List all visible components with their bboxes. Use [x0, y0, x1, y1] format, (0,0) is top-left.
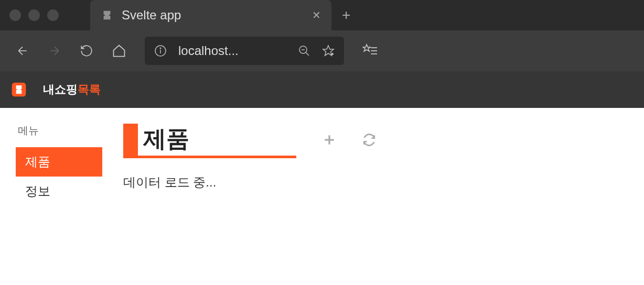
page-title-wrap: 제품: [123, 124, 296, 158]
svelte-icon: [101, 9, 113, 21]
app-title-part1: 내쇼핑: [43, 83, 78, 96]
sidebar-item-label: 제품: [25, 155, 50, 169]
title-accent-bar: [123, 124, 138, 156]
sidebar-item-label: 정보: [25, 184, 50, 198]
favorite-add-icon[interactable]: [322, 45, 335, 57]
close-icon[interactable]: ✕: [312, 9, 321, 21]
loading-text: 데이터 로드 중...: [123, 174, 628, 191]
favorites-list-icon[interactable]: [362, 43, 377, 58]
window-minimize-dot[interactable]: [28, 9, 40, 21]
address-bar[interactable]: localhost...: [145, 37, 344, 65]
svg-point-2: [160, 48, 161, 49]
zoom-out-icon[interactable]: [298, 45, 310, 57]
browser-chrome: Svelte app ✕ +: [0, 0, 644, 71]
sidebar-heading: 메뉴: [16, 124, 102, 138]
sidebar-item-products[interactable]: 제품: [16, 147, 102, 177]
browser-tab[interactable]: Svelte app ✕: [90, 0, 331, 30]
main-content: 제품 데이터 로드 중...: [123, 124, 628, 206]
window-maximize-dot[interactable]: [47, 9, 59, 21]
back-button[interactable]: [16, 44, 29, 58]
info-icon[interactable]: [154, 45, 167, 57]
page-header: 제품: [123, 124, 628, 158]
page-title: 제품: [143, 124, 189, 156]
app-title: 내쇼핑목록: [43, 82, 101, 97]
home-button[interactable]: [112, 43, 126, 58]
app-header: 내쇼핑목록: [0, 71, 644, 108]
titlebar: Svelte app ✕ +: [0, 0, 644, 30]
content-area: 메뉴 제품 정보 제품: [0, 108, 644, 222]
sidebar: 메뉴 제품 정보: [16, 124, 102, 206]
sidebar-item-info[interactable]: 정보: [16, 177, 102, 206]
app-logo-icon: [10, 81, 27, 98]
app-title-part2: 목록: [78, 83, 101, 96]
add-button[interactable]: [323, 133, 336, 149]
tab-title: Svelte app: [122, 8, 304, 23]
svg-marker-9: [363, 45, 370, 51]
window-close-dot[interactable]: [9, 9, 21, 21]
refresh-button[interactable]: [362, 133, 376, 149]
address-text: localhost...: [178, 43, 286, 58]
svg-line-4: [306, 52, 309, 56]
window-controls: [9, 9, 59, 21]
browser-toolbar: localhost...: [0, 30, 644, 71]
reload-button[interactable]: [80, 44, 93, 58]
forward-button[interactable]: [48, 44, 61, 58]
new-tab-button[interactable]: +: [342, 7, 350, 24]
